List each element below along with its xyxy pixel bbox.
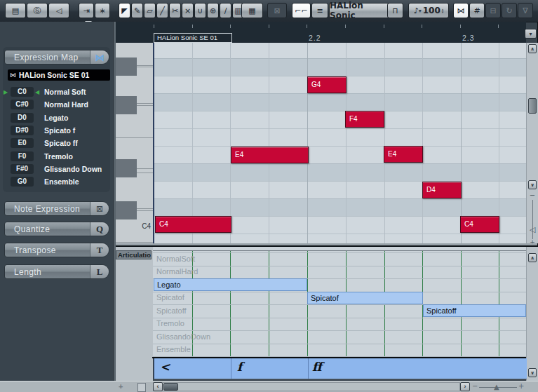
expression-map-header[interactable]: Expression Map ⋈ <box>4 50 109 65</box>
horizontal-scrollbar[interactable] <box>153 382 460 391</box>
articulation-lanes[interactable]: NormalSoftNormalHardSpicatofSpicatoffTre… <box>153 247 526 357</box>
note-expression-disabled-icon[interactable]: ⊠ <box>90 202 109 215</box>
draw-tool-button[interactable]: ✎ <box>131 3 143 18</box>
vertical-zoom-out[interactable]: − <box>527 191 538 199</box>
insert-velocity-control[interactable]: ♪▾100▴▾ <box>408 3 449 18</box>
event-filter-button[interactable]: ∇ <box>518 3 533 18</box>
dynamics-symbol[interactable]: < <box>160 360 170 374</box>
vertical-zoom-thumb[interactable]: ◁ <box>527 225 538 234</box>
midi-note[interactable]: E4 <box>231 147 309 163</box>
timeline-ruler[interactable]: HALion Sonic SE 01 2.22.3 <box>116 22 526 43</box>
black-key[interactable] <box>116 96 137 114</box>
expression-map-slot[interactable]: ▶◀C0Normal Soft <box>0 87 113 97</box>
vertical-scrollbar[interactable]: ∧ ∨ − ◁ + <box>526 43 538 243</box>
line-tool-button[interactable]: ∕ <box>220 3 231 18</box>
acoustic-feedback-button[interactable]: ◁ <box>48 3 69 18</box>
panel-header-quantize[interactable]: QuantizeQ <box>4 222 109 236</box>
edit-active-part-button[interactable]: ≡ <box>311 3 328 18</box>
expression-map-slot[interactable]: G0Ensemble <box>0 177 113 187</box>
scroll-up-button[interactable]: ∧ <box>528 44 537 53</box>
lanes-scroll-down-button[interactable]: ∨ <box>528 368 537 377</box>
lane-name-label[interactable]: Spicatof <box>156 293 184 302</box>
lane-preset-icon[interactable] <box>137 383 146 392</box>
zoom-tool-button[interactable]: ⊕ <box>207 3 219 18</box>
expression-map-cap[interactable]: ⋈ <box>90 50 109 64</box>
expression-map-slot[interactable]: D0Legato <box>0 113 113 123</box>
lane-name-label[interactable]: GlissandoDown <box>156 332 210 341</box>
expression-map-slot[interactable]: D#0Spicato f <box>0 126 113 136</box>
transpose-icon[interactable]: T <box>90 243 109 257</box>
articulation-lane-selector[interactable]: Articulation <box>116 250 152 259</box>
length-icon[interactable]: L <box>90 265 109 278</box>
expression-map-device[interactable]: ⋈ HALion Sonic SE 01 <box>8 69 110 81</box>
lanes-scroll-up-button[interactable]: ∧ <box>528 253 537 262</box>
lane-name-label[interactable]: Tremolo <box>156 319 184 327</box>
expression-map-slot[interactable]: F#0Glissando Down <box>0 164 113 175</box>
lane-name-label[interactable]: Ensemble <box>156 345 191 353</box>
midi-note[interactable]: G4 <box>307 76 347 93</box>
autoscroll-button[interactable]: ⇥ <box>79 3 94 18</box>
erase-tool-button[interactable]: ▱ <box>144 3 156 18</box>
step-input-button[interactable]: ⊓ <box>387 3 403 18</box>
mute-tool-button[interactable]: × <box>182 3 194 18</box>
split-tool-button[interactable]: ✂ <box>169 3 181 18</box>
lane-name-label[interactable]: Spicatoff <box>156 306 187 315</box>
horizontal-zoom-in[interactable]: + <box>518 382 524 390</box>
lane-name-label[interactable]: NormalHard <box>156 267 198 276</box>
window-layout-icon: ▤ <box>12 6 19 15</box>
solo-editor-button[interactable]: Ⓢ <box>27 3 48 18</box>
articulation-event[interactable]: Legato <box>154 278 307 291</box>
midi-note[interactable]: E4 <box>384 146 423 163</box>
indicate-transpositions-button[interactable]: ▦ <box>241 3 263 18</box>
midi-note[interactable]: C4 <box>460 216 499 233</box>
piano-keyboard[interactable]: C4 <box>116 43 153 243</box>
scroll-right-button[interactable]: › <box>460 382 470 391</box>
midi-note[interactable]: F4 <box>345 111 384 128</box>
articulation-event[interactable]: Spicatof <box>307 292 423 304</box>
panel-header-note-expression[interactable]: Note Expression⊠ <box>4 201 109 216</box>
lane-name-label[interactable]: NormalSoft <box>156 255 195 263</box>
object-selection-tool-button[interactable]: ◤ <box>119 3 130 18</box>
expression-map-slot[interactable]: F0Tremolo <box>0 151 113 162</box>
articulation-event[interactable]: Spicatoff <box>423 304 526 317</box>
grid-column-line <box>499 43 499 243</box>
lanes-vertical-scrollbar[interactable]: ∧ ∨ <box>526 247 538 381</box>
panel-header-transpose[interactable]: TransposeT <box>4 243 109 257</box>
quantize-icon[interactable]: Q <box>90 222 109 236</box>
midi-note[interactable]: D4 <box>422 182 462 198</box>
midi-note[interactable]: C4 <box>155 216 231 233</box>
note-grid[interactable]: C4E4G4F4E4D4C4 <box>153 43 526 243</box>
show-part-borders-button[interactable]: ⌐⌐ <box>292 3 311 18</box>
dynamics-lane[interactable]: <fff <box>154 358 527 379</box>
horizontal-zoom-out[interactable]: − <box>472 382 478 390</box>
velocity-spinner-icon[interactable]: ▴▾ <box>442 8 444 13</box>
glue-tool-button[interactable]: ∪ <box>194 3 206 18</box>
ruler-options-dropdown[interactable]: ▾ <box>525 29 537 39</box>
panel-header-length[interactable]: LengthL <box>4 264 109 279</box>
black-key[interactable] <box>116 159 137 177</box>
suspend-autoscroll-button[interactable]: ∗ <box>95 3 110 18</box>
trim-tool-button[interactable]: ╱ <box>156 3 168 18</box>
scroll-left-button[interactable]: ‹ <box>153 382 163 391</box>
add-controller-lane-button[interactable]: + <box>119 382 123 391</box>
dynamics-symbol[interactable]: ff <box>312 360 322 374</box>
horizontal-scrollbar-thumb[interactable] <box>163 383 178 391</box>
scroll-down-button[interactable]: ∨ <box>528 180 537 189</box>
grid-type-button[interactable]: # <box>469 3 485 18</box>
solo-editor-icon: Ⓢ <box>34 6 41 16</box>
iterative-quantize-button[interactable]: ↻ <box>502 3 517 18</box>
show-note-expression-button[interactable]: ⊠ <box>267 3 287 18</box>
black-key[interactable] <box>116 58 137 76</box>
snap-button[interactable]: ⋈ <box>453 3 469 18</box>
lane-separator <box>153 252 526 253</box>
vertical-scrollbar-thumb[interactable] <box>528 98 537 114</box>
panel-title: Transpose <box>5 245 90 255</box>
horizontal-zoom-thumb[interactable]: ▲ <box>494 383 499 391</box>
expression-map-slot[interactable]: C#0Normal Hard <box>0 100 113 110</box>
window-layout-button[interactable]: ▤ <box>5 3 26 18</box>
dynamics-symbol[interactable]: f <box>237 360 242 374</box>
quantize-preset-button[interactable]: ⊟ <box>485 3 501 18</box>
part-selector-dropdown[interactable]: HALion Sonic▾ <box>329 3 394 18</box>
black-key[interactable] <box>116 201 137 219</box>
expression-map-slot[interactable]: E0Spicato ff <box>0 138 113 149</box>
